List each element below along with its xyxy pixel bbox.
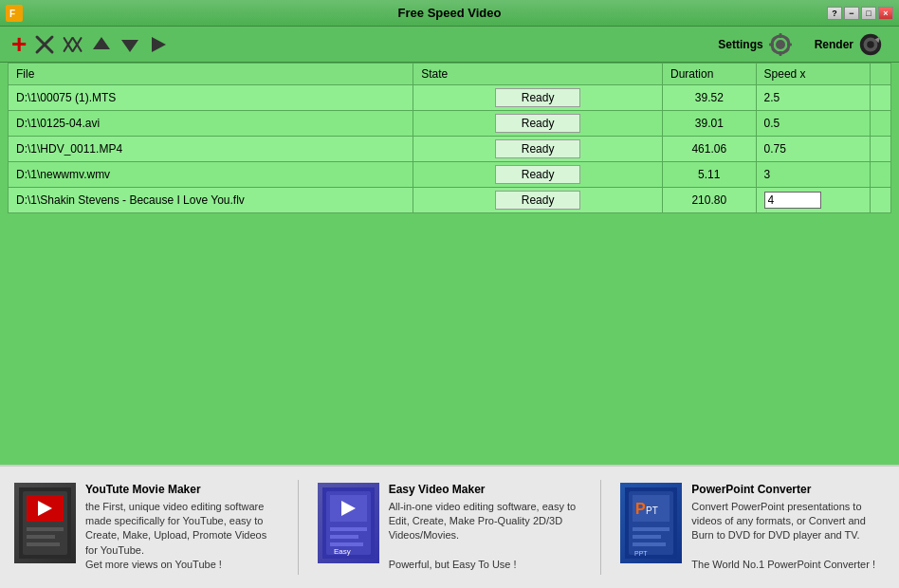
- svg-rect-47: [633, 542, 666, 546]
- svg-rect-45: [633, 527, 670, 531]
- move-up-button[interactable]: [89, 32, 114, 57]
- render-icon: [857, 31, 884, 58]
- svg-text:PPT: PPT: [634, 550, 648, 557]
- svg-rect-29: [27, 527, 64, 531]
- duration-cell: 461.06: [663, 137, 757, 162]
- main-area: File State Duration Speed x D:\1\00075 (…: [0, 63, 899, 465]
- render-button[interactable]: Render: [809, 29, 890, 60]
- table-row[interactable]: D:\1\00075 (1).MTSReady39.522.5: [9, 85, 891, 111]
- ad-divider-1: [298, 480, 299, 575]
- file-table: File State Duration Speed x D:\1\00075 (…: [8, 63, 891, 213]
- remove-file-button[interactable]: [32, 32, 57, 57]
- table-row[interactable]: D:\1\HDV_0011.MP4Ready461.060.75: [9, 137, 891, 162]
- svg-marker-10: [152, 37, 166, 52]
- col-header-extra: [871, 64, 891, 85]
- title-bar: F Free Speed Video ? − □ ×: [0, 0, 899, 27]
- file-cell: D:\1\0125-04.avi: [9, 111, 413, 137]
- file-cell: D:\1\newwmv.wmv: [9, 162, 413, 188]
- toolbar: +: [0, 27, 899, 63]
- state-badge: Ready: [495, 139, 580, 158]
- minimize-button[interactable]: −: [844, 7, 859, 20]
- start-button[interactable]: [146, 32, 171, 57]
- gear-icon: [767, 31, 794, 58]
- ad-title-pp: PowerPoint Converter: [691, 483, 885, 496]
- extra-cell: [871, 162, 891, 188]
- extra-cell: [871, 137, 891, 162]
- svg-rect-15: [769, 43, 774, 46]
- duration-cell: 210.80: [663, 188, 757, 213]
- svg-rect-16: [787, 43, 792, 46]
- xx-icon: [63, 34, 83, 55]
- state-cell: Ready: [413, 188, 663, 213]
- ad-thumb-pp: P PT PPT: [620, 483, 682, 563]
- duration-cell: 39.52: [663, 85, 757, 111]
- toolbar-left: +: [9, 31, 171, 58]
- file-cell: D:\1\Shakin Stevens - Because I Love You…: [9, 188, 413, 213]
- state-badge: Ready: [495, 114, 580, 133]
- ad-area: YouTute Movie Maker the First, unique vi…: [0, 465, 899, 588]
- ad-desc-ev: All-in-one video editing software, easy …: [389, 500, 582, 573]
- col-header-file: File: [9, 64, 413, 85]
- move-down-button[interactable]: [118, 32, 142, 57]
- state-cell: Ready: [413, 111, 663, 137]
- table-row[interactable]: D:\1\0125-04.aviReady39.010.5: [9, 111, 891, 137]
- svg-rect-36: [330, 527, 367, 531]
- table-row[interactable]: D:\1\newwmv.wmvReady5.113: [9, 162, 891, 188]
- svg-text:P: P: [635, 501, 646, 517]
- render-label: Render: [815, 38, 853, 51]
- svg-point-11: [776, 40, 785, 49]
- svg-marker-8: [93, 37, 110, 49]
- svg-text:PT: PT: [646, 505, 658, 516]
- svg-text:F: F: [9, 9, 15, 19]
- state-badge: Ready: [495, 88, 580, 107]
- svg-rect-37: [330, 535, 358, 539]
- table-row[interactable]: D:\1\Shakin Stevens - Because I Love You…: [9, 188, 891, 213]
- state-badge: Ready: [495, 191, 580, 210]
- speed-cell[interactable]: 3: [756, 162, 870, 188]
- col-header-speed: Speed x: [756, 64, 870, 85]
- speed-cell[interactable]: 2.5: [756, 85, 870, 111]
- file-cell: D:\1\HDV_0011.MP4: [9, 137, 413, 162]
- speed-cell[interactable]: [756, 188, 870, 213]
- speed-input[interactable]: [764, 192, 821, 209]
- extra-cell: [871, 188, 891, 213]
- ad-divider-2: [600, 480, 601, 575]
- ad-title-yt: YouTute Movie Maker: [85, 483, 279, 496]
- x-icon: [34, 34, 55, 55]
- col-header-state: State: [413, 64, 663, 85]
- speed-cell[interactable]: 0.5: [756, 111, 870, 137]
- ad-thumb-yt: [14, 483, 76, 563]
- svg-rect-31: [27, 542, 60, 546]
- ad-thumb-ev: Easy: [318, 483, 379, 563]
- add-file-button[interactable]: +: [9, 31, 28, 58]
- ad-easy-video-maker[interactable]: Easy Easy Video Maker All-in-one video e…: [318, 483, 582, 573]
- up-arrow-icon: [91, 34, 112, 55]
- down-arrow-icon: [119, 34, 140, 55]
- maximize-button[interactable]: □: [861, 7, 876, 20]
- play-icon: [148, 34, 169, 55]
- svg-rect-46: [633, 535, 661, 539]
- duration-cell: 5.11: [663, 162, 757, 188]
- ad-content-ev: Easy Video Maker All-in-one video editin…: [389, 483, 582, 573]
- ad-desc-pp: Convert PowerPoint presentations to vide…: [691, 500, 885, 573]
- window-title: Free Speed Video: [398, 6, 502, 20]
- state-badge: Ready: [495, 165, 580, 184]
- ad-powerpoint-converter[interactable]: P PT PPT PowerPoint Converter Convert Po…: [620, 483, 885, 573]
- file-cell: D:\1\00075 (1).MTS: [9, 85, 413, 111]
- close-button[interactable]: ×: [878, 7, 893, 20]
- ad-youtube-movie-maker[interactable]: YouTute Movie Maker the First, unique vi…: [14, 483, 279, 573]
- extra-cell: [871, 111, 891, 137]
- remove-all-button[interactable]: [61, 32, 85, 57]
- speed-cell[interactable]: 0.75: [756, 137, 870, 162]
- ad-title-ev: Easy Video Maker: [389, 483, 582, 496]
- svg-point-23: [867, 41, 873, 47]
- extra-cell: [871, 85, 891, 111]
- ad-content-yt: YouTute Movie Maker the First, unique vi…: [85, 483, 279, 573]
- state-cell: Ready: [413, 137, 663, 162]
- svg-rect-13: [779, 33, 781, 38]
- window-controls[interactable]: ? − □ ×: [827, 7, 893, 20]
- ad-content-pp: PowerPoint Converter Convert PowerPoint …: [691, 483, 885, 573]
- settings-button[interactable]: Settings: [712, 29, 798, 60]
- svg-marker-9: [121, 40, 138, 52]
- help-button[interactable]: ?: [827, 7, 842, 20]
